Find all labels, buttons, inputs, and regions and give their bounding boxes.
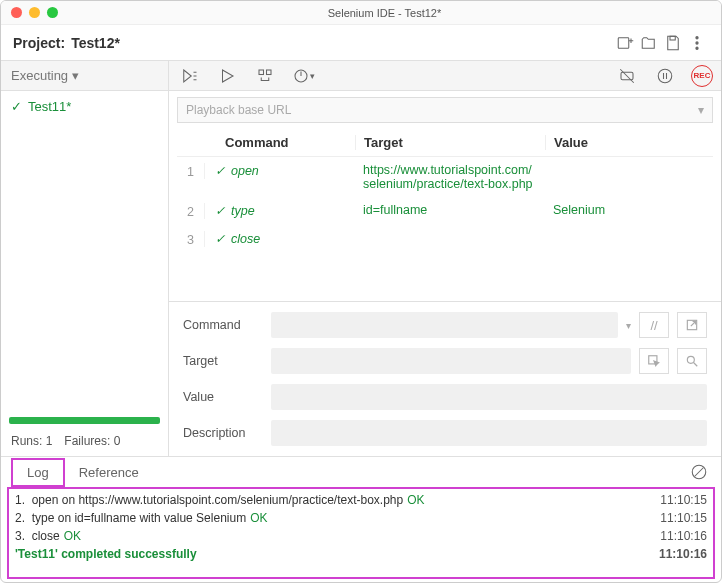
find-target-button[interactable] <box>677 348 707 374</box>
cmd-value: Selenium <box>545 203 713 217</box>
sidebar: Executing ▾ ✓ Test11* Runs: 1 Failures: … <box>1 61 169 456</box>
open-project-button[interactable] <box>637 31 661 55</box>
main-pane: ▾ REC Playback base URL ▾ Command Target… <box>169 61 721 456</box>
svg-point-4 <box>696 36 698 38</box>
svg-point-5 <box>696 41 698 43</box>
row-number: 2 <box>177 203 205 219</box>
target-field[interactable] <box>271 348 631 374</box>
new-project-button[interactable] <box>613 31 637 55</box>
failures-count: Failures: 0 <box>64 434 120 448</box>
pause-button[interactable] <box>653 64 677 88</box>
run-current-button[interactable] <box>215 64 239 88</box>
save-project-button[interactable] <box>661 31 685 55</box>
check-icon: ✓ <box>215 203 225 218</box>
svg-line-24 <box>694 363 698 367</box>
step-button[interactable] <box>253 64 277 88</box>
svg-rect-0 <box>618 37 629 48</box>
svg-line-26 <box>695 468 704 477</box>
cmd-target: https://www.tutorialspoint.com/selenium/… <box>355 163 545 191</box>
project-name[interactable]: Test12* <box>71 35 120 51</box>
cmd-target: id=fullname <box>355 203 545 217</box>
run-all-button[interactable] <box>177 64 201 88</box>
log-tabs: Log Reference <box>1 457 721 487</box>
toggle-comment-button[interactable]: // <box>639 312 669 338</box>
log-time: 11:10:16 <box>659 547 707 561</box>
svg-point-23 <box>687 356 694 363</box>
record-button[interactable]: REC <box>691 65 713 87</box>
svg-line-17 <box>620 69 634 83</box>
log-success-line: 'Test11' completed successfully 11:10:16 <box>15 545 707 563</box>
test-list: ✓ Test11* <box>1 91 168 417</box>
log-time: 11:10:15 <box>660 493 707 507</box>
check-icon: ✓ <box>11 99 22 114</box>
description-field-label: Description <box>183 426 263 440</box>
cmd-name: close <box>231 232 260 246</box>
project-bar: Project: Test12* <box>1 25 721 61</box>
more-menu-button[interactable] <box>685 31 709 55</box>
base-url-input[interactable]: Playback base URL ▾ <box>177 97 713 123</box>
clear-log-button[interactable] <box>687 460 711 484</box>
titlebar: Selenium IDE - Test12* <box>1 1 721 25</box>
row-number: 1 <box>177 163 205 179</box>
row-number: 3 <box>177 231 205 247</box>
minimize-window-icon[interactable] <box>29 7 40 18</box>
tab-reference[interactable]: Reference <box>65 460 153 485</box>
svg-rect-12 <box>259 70 264 75</box>
command-field[interactable] <box>271 312 618 338</box>
test-name: Test11* <box>28 99 71 114</box>
cmd-name: open <box>231 164 259 178</box>
svg-marker-11 <box>223 70 234 82</box>
check-icon: ✓ <box>215 231 225 246</box>
disable-breakpoints-button[interactable] <box>615 64 639 88</box>
table-header: Command Target Value <box>177 129 713 157</box>
runs-count: Runs: 1 <box>11 434 52 448</box>
chevron-down-icon: ▾ <box>698 103 704 117</box>
command-field-label: Command <box>183 318 263 332</box>
run-stats: Runs: 1 Failures: 0 <box>1 430 168 456</box>
log-line: 2. type on id=fullname with value Seleni… <box>15 509 707 527</box>
project-label: Project: <box>13 35 65 51</box>
speed-button[interactable]: ▾ <box>291 64 315 88</box>
url-placeholder: Playback base URL <box>186 103 291 117</box>
command-editor: Command ▾ // Target Value Description <box>169 301 721 456</box>
check-icon: ✓ <box>215 163 225 178</box>
window-title: Selenium IDE - Test12* <box>58 7 711 19</box>
close-window-icon[interactable] <box>11 7 22 18</box>
test-item[interactable]: ✓ Test11* <box>1 91 168 121</box>
log-time: 11:10:15 <box>660 511 707 525</box>
value-field[interactable] <box>271 384 707 410</box>
cmd-name: type <box>231 204 255 218</box>
table-row[interactable]: 3 ✓close <box>177 225 713 253</box>
select-target-button[interactable] <box>639 348 669 374</box>
toolbar: ▾ REC <box>169 61 721 91</box>
log-time: 11:10:16 <box>660 529 707 543</box>
value-field-label: Value <box>183 390 263 404</box>
window-controls <box>11 7 58 18</box>
log-body: 1. open on https://www.tutorialspoint.co… <box>7 487 715 579</box>
log-section: Log Reference 1. open on https://www.tut… <box>1 456 721 579</box>
header-command: Command <box>205 135 355 150</box>
zoom-window-icon[interactable] <box>47 7 58 18</box>
target-field-label: Target <box>183 354 263 368</box>
header-value: Value <box>545 135 713 150</box>
svg-rect-13 <box>267 70 272 75</box>
table-row[interactable]: 2 ✓type id=fullname Selenium <box>177 197 713 225</box>
tab-log[interactable]: Log <box>11 458 65 487</box>
chevron-down-icon[interactable]: ▾ <box>626 320 631 331</box>
svg-marker-7 <box>184 70 192 82</box>
log-line: 3. closeOK 11:10:16 <box>15 527 707 545</box>
log-line: 1. open on https://www.tutorialspoint.co… <box>15 491 707 509</box>
progress-bar <box>9 417 160 424</box>
open-new-window-button[interactable] <box>677 312 707 338</box>
description-field[interactable] <box>271 420 707 446</box>
executing-dropdown[interactable]: Executing ▾ <box>1 61 168 91</box>
header-target: Target <box>355 135 545 150</box>
svg-point-6 <box>696 47 698 49</box>
chevron-down-icon: ▾ <box>72 68 79 83</box>
svg-point-18 <box>658 69 672 83</box>
table-row[interactable]: 1 ✓open https://www.tutorialspoint.com/s… <box>177 157 713 197</box>
executing-label: Executing <box>11 68 68 83</box>
svg-rect-3 <box>670 36 675 40</box>
command-table: Command Target Value 1 ✓open https://www… <box>169 129 721 253</box>
